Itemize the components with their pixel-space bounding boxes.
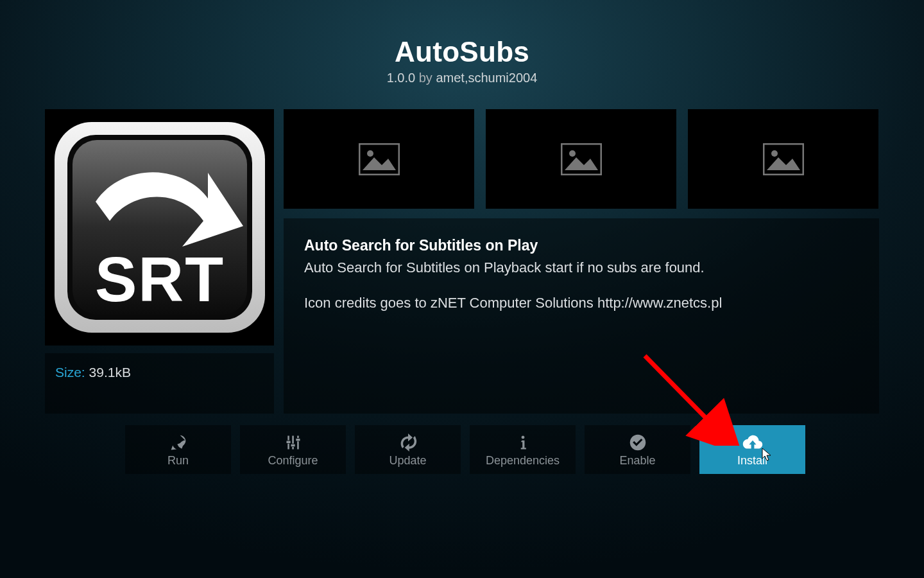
addon-author: amet,schumi2004 — [436, 71, 537, 85]
button-label: Dependencies — [486, 454, 560, 468]
srt-arrow-icon: SRT — [51, 118, 269, 337]
run-button[interactable]: Run — [125, 425, 231, 474]
addon-icon: SRT — [45, 109, 274, 346]
by-word: by — [419, 71, 432, 85]
size-label: Size: — [55, 365, 85, 380]
addon-version: 1.0.0 — [387, 71, 415, 85]
button-label: Update — [389, 454, 426, 468]
screenshot-thumb[interactable] — [688, 109, 878, 209]
info-icon — [515, 432, 531, 453]
image-placeholder-icon — [763, 143, 804, 175]
screenshot-thumb[interactable] — [486, 109, 676, 209]
description-line: Icon credits goes to zNET Computer Solut… — [304, 293, 859, 313]
configure-button[interactable]: Configure — [240, 425, 346, 474]
rocket-icon — [169, 432, 187, 453]
description-line: Auto Search for Subtitles on Playback st… — [304, 258, 859, 277]
sliders-icon — [284, 432, 302, 453]
button-label: Run — [167, 454, 189, 468]
srt-badge-text: SRT — [95, 244, 225, 315]
svg-point-6 — [569, 150, 576, 157]
update-button[interactable]: Update — [355, 425, 461, 474]
description-heading: Auto Search for Subtitles on Play — [304, 235, 859, 256]
svg-point-4 — [367, 150, 373, 157]
image-placeholder-icon — [359, 143, 400, 175]
size-value: 39.1kB — [89, 365, 131, 380]
install-button[interactable]: Install — [699, 425, 805, 474]
screenshot-row — [284, 109, 879, 209]
addon-byline: 1.0.0 by amet,schumi2004 — [0, 71, 924, 85]
refresh-icon — [399, 432, 417, 453]
button-label: Configure — [268, 454, 318, 468]
enable-button[interactable]: Enable — [585, 425, 690, 474]
size-panel: Size: 39.1kB — [45, 353, 274, 414]
button-label: Install — [737, 454, 767, 468]
svg-point-8 — [771, 150, 778, 157]
check-circle-icon — [629, 432, 647, 453]
description-panel: Auto Search for Subtitles on Play Auto S… — [284, 218, 879, 414]
screenshot-thumb[interactable] — [284, 109, 474, 209]
image-placeholder-icon — [561, 143, 602, 175]
addon-title: AutoSubs — [0, 36, 924, 68]
cloud-download-icon — [742, 432, 763, 453]
dependencies-button[interactable]: Dependencies — [470, 425, 576, 474]
button-label: Enable — [619, 454, 655, 468]
action-button-row: Run Configure Update Dependencies Enable… — [125, 425, 805, 474]
